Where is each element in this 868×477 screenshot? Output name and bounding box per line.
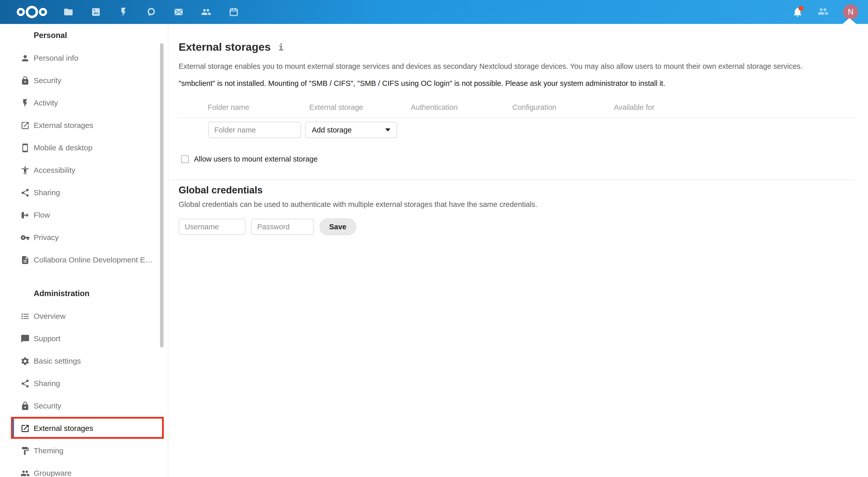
- global-credentials-description: Global credentials can be used to authen…: [179, 200, 856, 209]
- user-icon: [20, 53, 30, 63]
- sidebar-item-label: Collabora Online Development Edit…: [34, 255, 154, 264]
- section-title-personal: Personal: [0, 27, 168, 44]
- sidebar-item-label: Sharing: [34, 379, 60, 388]
- info-icon[interactable]: i: [278, 42, 283, 53]
- table-header-divider: [179, 117, 856, 118]
- sidebar-item-theming[interactable]: Theming: [0, 440, 168, 462]
- sidebar-item-external-storages-personal[interactable]: External storages: [0, 114, 168, 137]
- paint-roller-icon: [20, 446, 30, 456]
- section-title-administration: Administration: [0, 285, 168, 302]
- sidebar-item-label: Overview: [34, 312, 66, 320]
- files-icon[interactable]: [63, 7, 73, 17]
- list-icon: [20, 311, 30, 321]
- share-icon: [20, 378, 30, 388]
- app-menu: [63, 7, 239, 17]
- sidebar-item-label: Privacy: [34, 233, 59, 242]
- talk-icon[interactable]: [146, 7, 156, 17]
- sidebar-item-label: Accessibility: [34, 166, 75, 175]
- global-credentials-form: Save: [179, 218, 856, 235]
- sidebar-item-label: Personal info: [34, 54, 78, 62]
- sidebar-item-label: External storages: [34, 424, 93, 433]
- sidebar-item-external-storages-admin[interactable]: External storages: [0, 417, 168, 440]
- sidebar-item-basic-settings[interactable]: Basic settings: [0, 350, 168, 372]
- lock-icon: [20, 75, 30, 86]
- sidebar-scrollbar-thumb[interactable]: [160, 43, 163, 347]
- username-field[interactable]: [179, 218, 245, 235]
- column-header-folder-name: Folder name: [208, 103, 309, 112]
- column-header-available-for: Available for: [614, 103, 654, 112]
- sidebar-item-label: Sharing: [34, 188, 60, 197]
- mail-icon[interactable]: [174, 7, 184, 17]
- chevron-down-icon: [385, 129, 391, 132]
- add-storage-select[interactable]: Add storage: [305, 122, 397, 138]
- sidebar-item-accessibility[interactable]: Accessibility: [0, 159, 168, 181]
- personal-nav-list: Personal info Security Activity External…: [0, 47, 168, 271]
- contacts-icon[interactable]: [201, 7, 211, 17]
- smbclient-warning-text: "smbclient" is not installed. Mounting o…: [179, 78, 856, 89]
- sidebar-item-label: Activity: [34, 99, 58, 107]
- page-title-row: External storages i: [179, 40, 856, 54]
- sidebar-item-privacy[interactable]: Privacy: [0, 226, 168, 249]
- global-credentials-title: Global credentials: [179, 185, 856, 196]
- password-field[interactable]: [251, 218, 314, 235]
- flow-icon: [20, 210, 30, 220]
- contacts-menu-icon[interactable]: [817, 6, 829, 18]
- sidebar-item-label: Flow: [34, 211, 50, 219]
- key-icon: [20, 232, 30, 243]
- calendar-icon[interactable]: [228, 7, 239, 17]
- external-link-icon: [20, 423, 30, 434]
- top-bar: N: [0, 0, 868, 24]
- top-bar-right: N: [792, 4, 858, 20]
- sidebar-item-security-personal[interactable]: Security: [0, 69, 168, 92]
- accessibility-icon: [20, 165, 30, 175]
- column-header-configuration: Configuration: [512, 103, 614, 112]
- external-storages-settings-panel: External storages i External storage ena…: [168, 24, 868, 477]
- sidebar-item-activity[interactable]: Activity: [0, 92, 168, 114]
- sidebar-item-personal-info[interactable]: Personal info: [0, 47, 168, 69]
- nextcloud-logo-icon[interactable]: [15, 5, 49, 20]
- sidebar-item-support[interactable]: Support: [0, 328, 168, 350]
- sidebar-item-label: Security: [34, 76, 61, 85]
- allow-users-mount-checkbox[interactable]: [181, 156, 189, 163]
- sidebar-item-sharing-personal[interactable]: Sharing: [0, 181, 168, 204]
- phone-icon: [20, 143, 30, 153]
- settings-menu-arrow: [842, 18, 856, 24]
- allow-mount-row: Allow users to mount external storage: [179, 155, 856, 163]
- sidebar-item-label: Mobile & desktop: [34, 143, 92, 152]
- sidebar-item-label: Theming: [34, 446, 64, 455]
- sidebar-item-security-admin[interactable]: Security: [0, 395, 168, 417]
- storage-table-header: Folder name External storage Authenticat…: [179, 103, 856, 112]
- sidebar-item-collabora[interactable]: Collabora Online Development Edit…: [0, 249, 168, 271]
- notifications-bell-icon[interactable]: [792, 6, 803, 18]
- sidebar-item-mobile-desktop[interactable]: Mobile & desktop: [0, 137, 168, 159]
- settings-sidebar: Personal Personal info Security Activity…: [0, 24, 168, 477]
- allow-users-mount-label[interactable]: Allow users to mount external storage: [194, 155, 318, 163]
- page-title: External storages: [179, 40, 271, 54]
- column-header-authentication: Authentication: [411, 103, 512, 112]
- intro-text: External storage enables you to mount ex…: [179, 61, 856, 71]
- comment-icon: [20, 334, 30, 344]
- sidebar-item-overview[interactable]: Overview: [0, 305, 168, 328]
- people-icon: [20, 468, 30, 477]
- add-storage-select-value: Add storage: [312, 126, 351, 134]
- new-storage-row: Add storage: [179, 122, 856, 138]
- activity-icon[interactable]: [118, 7, 129, 17]
- gear-icon: [20, 356, 30, 366]
- save-button[interactable]: Save: [319, 218, 356, 235]
- avatar[interactable]: N: [843, 4, 858, 20]
- sidebar-item-flow[interactable]: Flow: [0, 204, 168, 226]
- sidebar-item-label: Basic settings: [34, 357, 81, 365]
- document-icon: [20, 255, 30, 265]
- sidebar-item-sharing-admin[interactable]: Sharing: [0, 372, 168, 395]
- section-divider: [168, 180, 856, 180]
- lock-icon: [20, 401, 30, 411]
- bolt-icon: [20, 98, 30, 108]
- sidebar-item-label: Security: [34, 402, 61, 410]
- administration-nav-list: Overview Support Basic settings Sharing …: [0, 305, 168, 477]
- sidebar-item-label: Support: [34, 334, 60, 343]
- folder-name-input[interactable]: [208, 122, 301, 138]
- photos-icon[interactable]: [91, 7, 101, 17]
- sidebar-item-groupware[interactable]: Groupware: [0, 462, 168, 477]
- sidebar-item-label: Groupware: [34, 469, 71, 477]
- share-icon: [20, 188, 30, 198]
